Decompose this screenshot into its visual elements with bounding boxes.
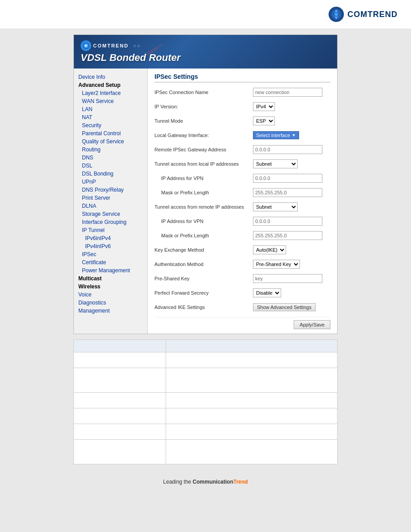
connection-name-control: [253, 88, 330, 97]
tunnel-mode-select[interactable]: ESP AH: [253, 116, 275, 125]
sidebar-item-wireless[interactable]: Wireless: [74, 283, 147, 291]
sidebar-item-dsl-bonding[interactable]: DSL Bonding: [74, 170, 147, 178]
mask-local-row: Mask or Prefix Length: [154, 187, 330, 198]
sidebar-item-voice[interactable]: Voice: [74, 291, 147, 299]
sidebar-item-security[interactable]: Security: [74, 121, 147, 129]
select-interface-button[interactable]: Select interface: [253, 131, 299, 139]
tunnel-local-select[interactable]: Subnet Single Address: [253, 159, 298, 168]
tunnel-remote-select[interactable]: Subnet Single Address: [253, 202, 298, 211]
sidebar-item-diagnostics[interactable]: Diagnostics: [74, 299, 147, 307]
sidebar-item-routing[interactable]: Routing: [74, 146, 147, 154]
bottom-table-container: [73, 339, 338, 464]
sidebar-item-parental[interactable]: Parental Control: [74, 129, 147, 137]
mask-local-input[interactable]: [253, 188, 322, 197]
banner-logo: COMTREND ○○ VDSL Bonded Router: [81, 40, 180, 64]
sidebar-item-ipsec[interactable]: IPSec: [74, 250, 147, 258]
sidebar-item-dlna[interactable]: DLNA: [74, 202, 147, 210]
sidebar-item-interface-grouping[interactable]: Interface Grouping: [74, 218, 147, 226]
remote-gateway-row: Remote IPSec Gateway Address: [154, 144, 330, 155]
sidebar-item-print-server[interactable]: Print Server: [74, 194, 147, 202]
table-cell: [166, 393, 338, 408]
sidebar-item-nat[interactable]: NAT: [74, 113, 147, 121]
table-cell: [166, 340, 338, 352]
sidebar-item-dns[interactable]: DNS: [74, 154, 147, 162]
ip-vpn-local-label: IP Address for VPN: [154, 176, 253, 181]
svg-point-2: [334, 13, 338, 16]
main-panel: IPSec Settings IPSec Connection Name IP …: [148, 69, 337, 334]
local-gateway-row: Local Gateway Interface: Select interfac…: [154, 130, 330, 141]
ip-vpn-remote-row: IP Address for VPN: [154, 216, 330, 227]
table-cell: [74, 340, 166, 352]
sidebar-item-dns-proxy[interactable]: DNS Proxy/Relay: [74, 186, 147, 194]
auth-method-select[interactable]: Pre-Shared Key Certificate: [253, 260, 300, 269]
sidebar-item-certificate[interactable]: Certificate: [74, 258, 147, 266]
table-cell: [74, 424, 166, 440]
connection-name-row: IPSec Connection Name: [154, 87, 330, 98]
key-exchange-select[interactable]: Auto(IKE) Manual: [253, 245, 286, 254]
tunnel-mode-row: Tunnel Mode ESP AH: [154, 116, 330, 126]
banner-brand: COMTREND ○○: [81, 40, 180, 51]
pre-shared-key-control: [253, 274, 330, 283]
ip-version-label: IP Version:: [154, 104, 253, 109]
svg-point-5: [85, 45, 87, 47]
ip-vpn-remote-input[interactable]: [253, 217, 322, 226]
table-row: [74, 440, 338, 464]
sidebar-item-power[interactable]: Power Management: [74, 266, 147, 275]
table-cell: [74, 352, 166, 368]
sidebar-item-dsl[interactable]: DSL: [74, 162, 147, 170]
sidebar: Device Info Advanced Setup Layer2 Interf…: [74, 69, 148, 334]
ip-version-row: IP Version: IPv4 IPv6: [154, 101, 330, 112]
sidebar-item-device-info[interactable]: Device Info: [74, 73, 147, 81]
tunnel-local-control: Subnet Single Address: [253, 159, 330, 168]
table-row: [74, 368, 338, 393]
tunnel-remote-control: Subnet Single Address: [253, 202, 330, 211]
sidebar-item-ip-tunnel[interactable]: IP Tunnel: [74, 226, 147, 234]
content-area: Device Info Advanced Setup Layer2 Interf…: [74, 69, 337, 334]
table-cell: [166, 408, 338, 424]
sidebar-item-advanced-setup[interactable]: Advanced Setup: [74, 81, 147, 89]
apply-save-button[interactable]: Apply/Save: [294, 320, 330, 329]
pre-shared-key-row: Pre-Shared Key: [154, 273, 330, 284]
pfs-select[interactable]: Disable Enable: [253, 288, 281, 297]
key-exchange-row: Key Exchange Method Auto(IKE) Manual: [154, 245, 330, 255]
auth-method-row: Authentication Method Pre-Shared Key Cer…: [154, 259, 330, 270]
sidebar-item-management[interactable]: Management: [74, 307, 147, 315]
sidebar-item-storage[interactable]: Storage Service: [74, 210, 147, 218]
show-advanced-button[interactable]: Show Advanced Settings: [253, 303, 316, 311]
sidebar-item-layer2[interactable]: Layer2 Interface: [74, 89, 147, 97]
pre-shared-key-input[interactable]: [253, 274, 322, 283]
tunnel-remote-label: Tunnel access from remote IP addresses: [154, 204, 253, 210]
comtrend-logo-icon: [328, 6, 345, 23]
footer-communication: Communication: [193, 479, 233, 485]
remote-gateway-label: Remote IPSec Gateway Address: [154, 147, 253, 152]
sidebar-item-lan[interactable]: LAN: [74, 105, 147, 113]
table-cell: [74, 368, 166, 393]
footer-trend: Trend: [233, 479, 248, 485]
tunnel-remote-row: Tunnel access from remote IP addresses S…: [154, 202, 330, 212]
table-cell: [166, 352, 338, 368]
ip-vpn-local-control: [253, 174, 330, 183]
key-exchange-label: Key Exchange Method: [154, 247, 253, 253]
sidebar-item-ipv6inipv4[interactable]: IPv6inIPv4: [74, 234, 147, 242]
sidebar-item-qos[interactable]: Quality of Service: [74, 137, 147, 146]
mask-remote-input[interactable]: [253, 231, 322, 240]
apply-row: Apply/Save: [154, 317, 330, 329]
sidebar-item-upnp[interactable]: UPnP: [74, 178, 147, 186]
ip-vpn-local-input[interactable]: [253, 174, 322, 183]
remote-gateway-input[interactable]: [253, 145, 322, 154]
ip-version-select[interactable]: IPv4 IPv6: [253, 102, 275, 111]
tunnel-local-row: Tunnel access from local IP addresses Su…: [154, 159, 330, 169]
table-row: [74, 340, 338, 352]
table-cell: [166, 424, 338, 440]
connection-name-input[interactable]: [253, 88, 322, 97]
pfs-control: Disable Enable: [253, 288, 330, 297]
table-cell: [74, 408, 166, 424]
ip-vpn-remote-label: IP Address for VPN: [154, 219, 253, 224]
sidebar-item-multicast[interactable]: Multicast: [74, 275, 147, 283]
mask-local-label: Mask or Prefix Length: [154, 190, 253, 195]
table-row: [74, 424, 338, 440]
sidebar-item-wan[interactable]: WAN Service: [74, 97, 147, 105]
sidebar-item-ipv4inipv6[interactable]: IPv4inIPv6: [74, 242, 147, 250]
ip-version-control: IPv4 IPv6: [253, 102, 330, 111]
table-row: [74, 393, 338, 408]
